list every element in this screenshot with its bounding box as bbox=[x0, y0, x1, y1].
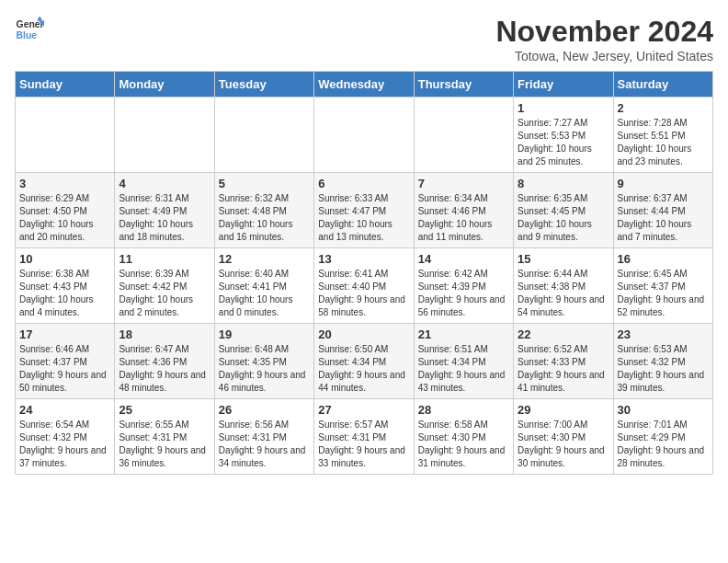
day-info: Sunrise: 6:46 AM Sunset: 4:37 PM Dayligh… bbox=[19, 343, 110, 395]
day-number: 20 bbox=[318, 327, 409, 341]
day-cell: 22Sunrise: 6:52 AM Sunset: 4:33 PM Dayli… bbox=[514, 324, 613, 399]
day-number: 8 bbox=[518, 177, 609, 190]
day-info: Sunrise: 6:57 AM Sunset: 4:31 PM Dayligh… bbox=[318, 419, 409, 470]
day-number: 2 bbox=[618, 101, 709, 115]
column-header-monday: Monday bbox=[115, 72, 214, 98]
day-cell: 2Sunrise: 7:28 AM Sunset: 5:51 PM Daylig… bbox=[613, 98, 712, 173]
svg-marker-2 bbox=[37, 17, 42, 21]
day-cell bbox=[414, 98, 513, 173]
day-info: Sunrise: 6:33 AM Sunset: 4:47 PM Dayligh… bbox=[318, 192, 409, 244]
day-cell bbox=[314, 98, 414, 173]
day-number: 30 bbox=[618, 403, 709, 417]
month-title: November 2024 bbox=[495, 15, 713, 49]
day-info: Sunrise: 6:47 AM Sunset: 4:36 PM Dayligh… bbox=[119, 343, 210, 395]
day-cell bbox=[16, 98, 115, 173]
day-info: Sunrise: 6:32 AM Sunset: 4:48 PM Dayligh… bbox=[219, 192, 310, 244]
day-cell: 8Sunrise: 6:35 AM Sunset: 4:45 PM Daylig… bbox=[514, 173, 613, 248]
day-info: Sunrise: 7:27 AM Sunset: 5:53 PM Dayligh… bbox=[518, 117, 609, 168]
day-cell bbox=[214, 98, 313, 173]
day-cell: 27Sunrise: 6:57 AM Sunset: 4:31 PM Dayli… bbox=[314, 399, 414, 475]
day-number: 13 bbox=[318, 252, 409, 266]
day-number: 4 bbox=[119, 177, 210, 190]
day-cell: 11Sunrise: 6:39 AM Sunset: 4:42 PM Dayli… bbox=[115, 248, 214, 324]
day-number: 10 bbox=[19, 252, 110, 266]
column-header-tuesday: Tuesday bbox=[214, 72, 313, 98]
day-cell: 24Sunrise: 6:54 AM Sunset: 4:32 PM Dayli… bbox=[16, 399, 115, 475]
day-info: Sunrise: 6:31 AM Sunset: 4:49 PM Dayligh… bbox=[119, 192, 210, 244]
day-number: 3 bbox=[19, 177, 110, 190]
day-cell: 16Sunrise: 6:45 AM Sunset: 4:37 PM Dayli… bbox=[613, 248, 712, 324]
day-info: Sunrise: 6:35 AM Sunset: 4:45 PM Dayligh… bbox=[518, 192, 609, 244]
day-number: 16 bbox=[618, 252, 709, 266]
day-cell: 15Sunrise: 6:44 AM Sunset: 4:38 PM Dayli… bbox=[514, 248, 613, 324]
day-cell: 7Sunrise: 6:34 AM Sunset: 4:46 PM Daylig… bbox=[414, 173, 513, 248]
column-header-sunday: Sunday bbox=[16, 72, 115, 98]
day-info: Sunrise: 6:51 AM Sunset: 4:34 PM Dayligh… bbox=[418, 343, 509, 395]
column-header-thursday: Thursday bbox=[414, 72, 513, 98]
day-info: Sunrise: 6:48 AM Sunset: 4:35 PM Dayligh… bbox=[219, 343, 310, 395]
week-row-3: 10Sunrise: 6:38 AM Sunset: 4:43 PM Dayli… bbox=[16, 248, 713, 324]
day-number: 22 bbox=[518, 327, 609, 341]
day-cell: 30Sunrise: 7:01 AM Sunset: 4:29 PM Dayli… bbox=[613, 399, 712, 475]
day-info: Sunrise: 6:50 AM Sunset: 4:34 PM Dayligh… bbox=[318, 343, 409, 395]
day-info: Sunrise: 7:28 AM Sunset: 5:51 PM Dayligh… bbox=[618, 117, 709, 168]
week-row-5: 24Sunrise: 6:54 AM Sunset: 4:32 PM Dayli… bbox=[16, 399, 713, 475]
day-number: 18 bbox=[119, 327, 210, 341]
day-cell: 19Sunrise: 6:48 AM Sunset: 4:35 PM Dayli… bbox=[214, 324, 313, 399]
header-row: SundayMondayTuesdayWednesdayThursdayFrid… bbox=[16, 72, 713, 98]
logo-icon: General Blue bbox=[15, 15, 44, 44]
day-number: 9 bbox=[618, 177, 709, 190]
day-number: 29 bbox=[518, 403, 609, 417]
column-header-wednesday: Wednesday bbox=[314, 72, 414, 98]
day-info: Sunrise: 6:38 AM Sunset: 4:43 PM Dayligh… bbox=[19, 268, 110, 319]
day-number: 21 bbox=[418, 327, 509, 341]
day-info: Sunrise: 6:40 AM Sunset: 4:41 PM Dayligh… bbox=[219, 268, 310, 319]
day-info: Sunrise: 6:56 AM Sunset: 4:31 PM Dayligh… bbox=[219, 419, 310, 470]
day-cell: 9Sunrise: 6:37 AM Sunset: 4:44 PM Daylig… bbox=[613, 173, 712, 248]
column-header-friday: Friday bbox=[514, 72, 613, 98]
day-info: Sunrise: 6:39 AM Sunset: 4:42 PM Dayligh… bbox=[119, 268, 210, 319]
day-number: 1 bbox=[518, 101, 609, 115]
day-cell: 10Sunrise: 6:38 AM Sunset: 4:43 PM Dayli… bbox=[16, 248, 115, 324]
day-cell: 25Sunrise: 6:55 AM Sunset: 4:31 PM Dayli… bbox=[115, 399, 214, 475]
day-cell: 17Sunrise: 6:46 AM Sunset: 4:37 PM Dayli… bbox=[16, 324, 115, 399]
day-cell: 3Sunrise: 6:29 AM Sunset: 4:50 PM Daylig… bbox=[16, 173, 115, 248]
day-info: Sunrise: 6:52 AM Sunset: 4:33 PM Dayligh… bbox=[518, 343, 609, 395]
day-cell: 21Sunrise: 6:51 AM Sunset: 4:34 PM Dayli… bbox=[414, 324, 513, 399]
day-cell: 23Sunrise: 6:53 AM Sunset: 4:32 PM Dayli… bbox=[613, 324, 712, 399]
day-number: 24 bbox=[19, 403, 110, 417]
day-info: Sunrise: 6:34 AM Sunset: 4:46 PM Dayligh… bbox=[418, 192, 509, 244]
day-info: Sunrise: 6:53 AM Sunset: 4:32 PM Dayligh… bbox=[618, 343, 709, 395]
day-number: 6 bbox=[318, 177, 409, 190]
day-cell: 1Sunrise: 7:27 AM Sunset: 5:53 PM Daylig… bbox=[514, 98, 613, 173]
day-cell: 29Sunrise: 7:00 AM Sunset: 4:30 PM Dayli… bbox=[514, 399, 613, 475]
day-cell: 12Sunrise: 6:40 AM Sunset: 4:41 PM Dayli… bbox=[214, 248, 313, 324]
day-cell: 18Sunrise: 6:47 AM Sunset: 4:36 PM Dayli… bbox=[115, 324, 214, 399]
day-number: 25 bbox=[119, 403, 210, 417]
svg-text:Blue: Blue bbox=[17, 30, 38, 40]
day-number: 11 bbox=[119, 252, 210, 266]
day-info: Sunrise: 7:00 AM Sunset: 4:30 PM Dayligh… bbox=[518, 419, 609, 470]
day-cell: 6Sunrise: 6:33 AM Sunset: 4:47 PM Daylig… bbox=[314, 173, 414, 248]
day-info: Sunrise: 6:44 AM Sunset: 4:38 PM Dayligh… bbox=[518, 268, 609, 319]
day-number: 14 bbox=[418, 252, 509, 266]
location-title: Totowa, New Jersey, United States bbox=[495, 49, 713, 63]
day-number: 15 bbox=[518, 252, 609, 266]
week-row-1: 1Sunrise: 7:27 AM Sunset: 5:53 PM Daylig… bbox=[16, 98, 713, 173]
column-header-saturday: Saturday bbox=[613, 72, 712, 98]
day-cell: 20Sunrise: 6:50 AM Sunset: 4:34 PM Dayli… bbox=[314, 324, 414, 399]
day-cell: 5Sunrise: 6:32 AM Sunset: 4:48 PM Daylig… bbox=[214, 173, 313, 248]
day-cell: 14Sunrise: 6:42 AM Sunset: 4:39 PM Dayli… bbox=[414, 248, 513, 324]
week-row-4: 17Sunrise: 6:46 AM Sunset: 4:37 PM Dayli… bbox=[16, 324, 713, 399]
day-number: 19 bbox=[219, 327, 310, 341]
day-cell: 4Sunrise: 6:31 AM Sunset: 4:49 PM Daylig… bbox=[115, 173, 214, 248]
day-number: 27 bbox=[318, 403, 409, 417]
day-number: 28 bbox=[418, 403, 509, 417]
header: General Blue November 2024 Totowa, New J… bbox=[15, 15, 713, 63]
week-row-2: 3Sunrise: 6:29 AM Sunset: 4:50 PM Daylig… bbox=[16, 173, 713, 248]
day-info: Sunrise: 7:01 AM Sunset: 4:29 PM Dayligh… bbox=[618, 419, 709, 470]
day-info: Sunrise: 6:29 AM Sunset: 4:50 PM Dayligh… bbox=[19, 192, 110, 244]
day-info: Sunrise: 6:41 AM Sunset: 4:40 PM Dayligh… bbox=[318, 268, 409, 319]
day-info: Sunrise: 6:37 AM Sunset: 4:44 PM Dayligh… bbox=[618, 192, 709, 244]
day-cell: 28Sunrise: 6:58 AM Sunset: 4:30 PM Dayli… bbox=[414, 399, 513, 475]
